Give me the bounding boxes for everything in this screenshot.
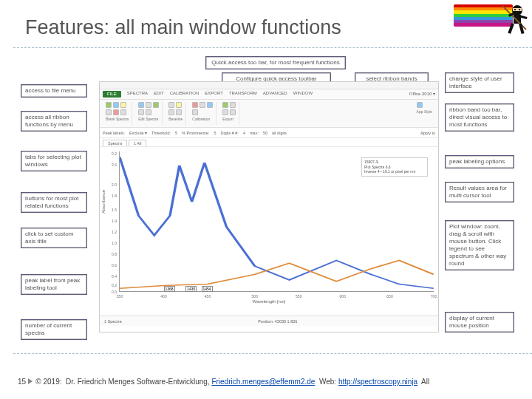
callout-ribbon-band: ribbon band too bar, direct visual acces… (445, 103, 514, 132)
alldigits-check[interactable]: all digits (272, 131, 287, 135)
tab-all[interactable]: 1 All (129, 140, 146, 146)
ribbon-group-label: Edit Spectra (138, 117, 159, 121)
y-tick: 0.0 (106, 290, 117, 294)
ribbon-group-label: Baseline (168, 117, 183, 121)
y-tick: 2.6 (106, 163, 117, 167)
ribbon-group-label: Blank Spectra (106, 117, 129, 121)
y-tick: 0.4 (106, 274, 117, 279)
max-value[interactable]: 50 (263, 131, 267, 135)
callout-plot-window: Plot window: zoom, drag & scroll with mo… (445, 220, 514, 270)
callout-ribbon-menu: access all ribbon functions by menu (21, 111, 87, 132)
divider-bottom (13, 353, 532, 354)
menu-item[interactable]: EDIT (154, 91, 164, 98)
prominence-value[interactable]: 5 (214, 131, 216, 135)
plot-legend[interactable]: 15907-3- Plot Spectra 6,6 Inverse 4 ▪ 10… (361, 157, 428, 177)
x-tick: 350 (117, 294, 123, 299)
callout-change-style: change style of user interface (445, 72, 514, 93)
footer-author: Dr. Friedrich Menges Software-Entwicklun… (66, 378, 210, 386)
plot-tabs: Spectra 1 All (100, 138, 438, 147)
slide-title: Features: all main window functions (25, 16, 341, 39)
callout-quick-access: Quick access too bar, for most frequent … (205, 56, 346, 69)
svg-rect-2 (514, 9, 516, 10)
tab-spectra[interactable]: Spectra (103, 140, 127, 146)
status-mouse-position: Position: 43030 1.826 (258, 319, 297, 324)
menu-item[interactable]: TRANSFORM (229, 91, 257, 98)
callout-result-area: Result values area for multi cursor tool (445, 182, 514, 202)
status-bar: 1 Spectra Position: 43030 1.826 (100, 316, 438, 326)
menu-item[interactable]: SPECTRA (127, 91, 148, 98)
app-menu-row: FILE SPECTRA EDIT CALIBRATION EXPORT TRA… (100, 89, 438, 100)
footer-web-link[interactable]: http://spectroscopy.ninja (338, 378, 417, 386)
ribbon-group: Calibration (189, 102, 216, 125)
footer-tail: All (421, 378, 429, 386)
ribbon-group-label: Export (222, 117, 236, 121)
y-tick: 2.0 (106, 183, 117, 187)
page-number: 15 (18, 378, 26, 386)
svg-rect-6 (508, 23, 514, 34)
ribbon-group: Export (219, 102, 239, 125)
digits-value[interactable]: 4 (243, 131, 245, 135)
threshold-label: Threshold: (151, 131, 171, 135)
legend-item[interactable]: Inverse 4 ▪ 10.1 or pixel per nm (364, 169, 425, 174)
menu-item[interactable]: CALIBRATION (170, 91, 200, 98)
y-tick: 0.6 (106, 263, 117, 267)
x-tick: 650 (386, 294, 392, 299)
status-spectra-count: 1 Spectra (104, 319, 122, 324)
exclude-dropdown[interactable]: Exclude ▾ (129, 131, 147, 135)
ribbon-bar: Blank Spectra Edit Spectra Baseline Cali… (100, 100, 438, 128)
y-tick: 1.5 (106, 208, 117, 212)
file-tab[interactable]: FILE (103, 91, 121, 98)
app-window: FILE SPECTRA EDIT CALIBRATION EXPORT TRA… (99, 81, 439, 332)
app-style-label[interactable]: App Style (417, 109, 432, 114)
y-tick: 1.2 (106, 230, 117, 234)
callout-tabs: tabs for selecting plot windows (21, 151, 87, 171)
svg-rect-1 (513, 8, 522, 11)
ninja-icon (497, 1, 531, 37)
footer-email-link[interactable]: Friedrich.menges@effemm2.de (211, 378, 315, 386)
y-tick: 0.2 (106, 151, 117, 156)
callout-spectra-count: number of current spectra (21, 319, 87, 340)
plot-area[interactable]: Absorbance 0.2 2.6 2.0 1.8 1.5 1.4 1.2 1… (100, 147, 438, 316)
callout-buttons: buttons for most plot related functions (21, 192, 87, 213)
x-tick: 700 (431, 294, 437, 299)
ribbon-group: Baseline (166, 102, 186, 125)
y-tick: 1.8 (106, 194, 117, 198)
digits-label: Digits #.#: (221, 131, 239, 135)
peak-toolbar: Peak labels: Exclude ▾ Threshold: 5 % Pr… (100, 128, 438, 138)
ribbon-group: Edit Spectra (135, 102, 163, 125)
svg-rect-3 (519, 9, 520, 10)
divider-top (13, 47, 532, 48)
y-tick: 1.0 (106, 241, 117, 245)
callout-axis-title: click to set custom axis title (21, 228, 87, 248)
x-tick: 550 (296, 294, 301, 299)
y-axis-label[interactable]: Absorbance (101, 190, 106, 214)
ribbon-group-label: Calibration (192, 117, 213, 121)
footer-copyright: © 2019: (35, 378, 61, 386)
ribbon-group: Blank Spectra (103, 102, 132, 125)
threshold-value[interactable]: 5 (175, 131, 177, 135)
footer: © 2019: Dr. Friedrich Menges Software-En… (30, 378, 529, 386)
apply-to-label: Apply to (420, 131, 435, 135)
y-tick: 1.4 (106, 219, 117, 223)
ribbon-appstyle: App Style (414, 102, 435, 125)
x-axis-label[interactable]: Wavelength [nm] (100, 299, 438, 304)
prominence-label: % Prominence: (182, 131, 209, 135)
ribbon-scheme[interactable]: Office 2010 ▾ (409, 91, 435, 98)
x-tick: 500 (252, 294, 258, 299)
x-tick: 400 (160, 294, 166, 299)
svg-rect-7 (519, 23, 524, 34)
menu-item[interactable]: ADVANCED (263, 91, 287, 98)
x-tick: 450 (205, 294, 211, 299)
footer-web-label: Web: (319, 378, 336, 386)
callout-peak-options: peak labeling options (445, 155, 514, 168)
callout-file-menu: access to file menu (21, 84, 87, 98)
peak-labels-label: Peak labels: (103, 131, 125, 135)
callout-mouse-pos: display of current mouse position (445, 312, 514, 332)
menu-item[interactable]: WINDOW (293, 91, 313, 98)
x-tick: 600 (340, 294, 346, 299)
app-titlebar (100, 82, 438, 89)
y-tick: 0.8 (106, 252, 117, 256)
mascot-logo (454, 1, 528, 37)
menu-item[interactable]: EXPORT (205, 91, 223, 98)
y-tick: 0.2 (106, 283, 117, 287)
